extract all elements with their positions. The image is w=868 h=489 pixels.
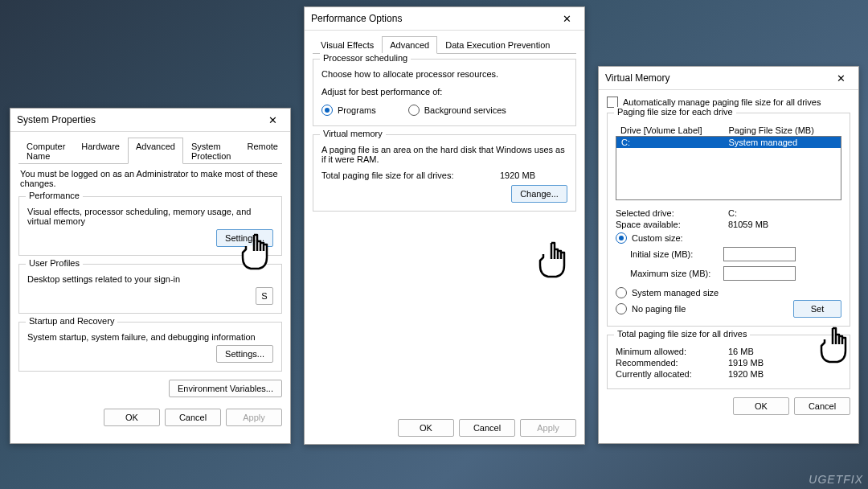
radio-icon: [616, 232, 627, 244]
tab-computer-name[interactable]: Computer Name: [18, 138, 73, 164]
startup-legend: Startup and Recovery: [26, 316, 117, 326]
processor-scheduling-group: Processor scheduling Choose how to alloc…: [313, 59, 576, 126]
initial-size-input[interactable]: [723, 247, 796, 261]
perfoptions-apply-button[interactable]: Apply: [520, 419, 576, 437]
tab-remote[interactable]: Remote: [239, 138, 286, 164]
performance-group: Performance Visual effects, processor sc…: [18, 196, 282, 256]
vmem-total-value: 1920 MB: [500, 171, 535, 180]
startup-desc: System startup, system failure, and debu…: [27, 332, 273, 342]
watermark: UGETFIX: [809, 473, 863, 486]
vmem-line1: A paging file is an area on the hard dis…: [321, 145, 567, 164]
drive-row-value: System managed: [729, 138, 837, 147]
maximum-size-label: Maximum size (MB):: [630, 269, 719, 278]
environment-variables-button[interactable]: Environment Variables...: [169, 380, 282, 397]
drive-row-selected[interactable]: C: System managed: [616, 137, 841, 148]
allocated-label: Currently allocated:: [616, 369, 728, 379]
tab-hardware[interactable]: Hardware: [73, 138, 128, 164]
radio-icon: [616, 287, 627, 298]
maximum-size-input[interactable]: [723, 266, 796, 281]
scheduling-legend: Processor scheduling: [320, 53, 411, 63]
sysprops-cancel-button[interactable]: Cancel: [165, 409, 221, 426]
vmem-titlebar[interactable]: Virtual Memory ✕: [599, 67, 858, 90]
radio-system-managed[interactable]: System managed size: [616, 287, 841, 298]
tab-advanced[interactable]: Advanced: [128, 138, 183, 164]
minimum-label: Minimum allowed:: [616, 347, 728, 356]
close-icon[interactable]: ✕: [826, 69, 855, 87]
scheduling-line2: Adjust for best performance of:: [321, 87, 567, 97]
sysprops-titlebar[interactable]: System Properties ✕: [10, 109, 290, 132]
perfoptions-titlebar[interactable]: Performance Options ✕: [305, 7, 584, 31]
virtual-memory-dialog: Virtual Memory ✕ Automatically manage pa…: [598, 66, 859, 444]
auto-manage-checkbox[interactable]: Automatically manage paging file size fo…: [607, 97, 850, 108]
recommended-value: 1919 MB: [728, 358, 764, 368]
paging-file-legend: Paging file size for each drive: [614, 107, 736, 117]
radio-sysmanaged-label: System managed size: [632, 288, 719, 298]
minimum-value: 16 MB: [728, 347, 754, 356]
col-size: Paging File Size (MB): [729, 125, 837, 135]
selected-drive-value: C:: [728, 208, 737, 218]
system-properties-dialog: System Properties ✕ Computer Name Hardwa…: [10, 108, 291, 444]
radio-programs-label: Programs: [338, 105, 376, 115]
sysprops-apply-button[interactable]: Apply: [226, 409, 282, 426]
userprofiles-settings-button[interactable]: S: [256, 287, 273, 305]
auto-manage-label: Automatically manage paging file size fo…: [623, 97, 821, 107]
radio-icon: [616, 303, 627, 314]
vmem-cancel-button[interactable]: Cancel: [794, 397, 850, 415]
drive-list-header: Drive [Volume Label] Paging File Size (M…: [616, 125, 841, 136]
perfoptions-title: Performance Options: [311, 13, 402, 24]
userprofiles-group: User Profiles Desktop settings related t…: [18, 264, 282, 314]
recommended-label: Recommended:: [616, 358, 728, 368]
radio-no-paging[interactable]: No paging file: [616, 303, 686, 314]
performance-legend: Performance: [26, 191, 83, 200]
startup-group: Startup and Recovery System startup, sys…: [18, 322, 282, 372]
vmem-title: Virtual Memory: [605, 72, 669, 84]
tab-dep[interactable]: Data Execution Prevention: [437, 36, 558, 54]
radio-nopaging-label: No paging file: [632, 304, 686, 314]
tab-advanced[interactable]: Advanced: [382, 36, 437, 54]
close-icon[interactable]: ✕: [258, 111, 287, 129]
space-available-label: Space available:: [616, 220, 728, 229]
sysprops-notice: You must be logged on as an Administrato…: [20, 169, 282, 188]
radio-icon: [321, 105, 333, 116]
allocated-value: 1920 MB: [728, 369, 764, 379]
totals-legend: Total paging file size for all drives: [614, 329, 750, 339]
performance-desc: Visual effects, processor scheduling, me…: [27, 207, 273, 226]
radio-programs[interactable]: Programs: [321, 105, 376, 116]
sysprops-ok-button[interactable]: OK: [104, 409, 160, 426]
radio-background[interactable]: Background services: [408, 105, 506, 116]
tab-visual-effects[interactable]: Visual Effects: [313, 36, 382, 54]
initial-size-label: Initial size (MB):: [630, 249, 719, 259]
perfoptions-ok-button[interactable]: OK: [398, 419, 454, 437]
userprofiles-desc: Desktop settings related to your sign-in: [27, 274, 273, 284]
vmem-total-label: Total paging file size for all drives:: [321, 171, 453, 180]
perfoptions-cancel-button[interactable]: Cancel: [459, 419, 515, 437]
scheduling-line1: Choose how to allocate processor resourc…: [321, 69, 567, 79]
performance-options-dialog: Performance Options ✕ Visual Effects Adv…: [304, 6, 585, 445]
totals-group: Total paging file size for all drives Mi…: [607, 335, 850, 389]
space-available-value: 81059 MB: [728, 220, 768, 229]
drive-row-drive: C:: [621, 138, 729, 147]
perfoptions-tabs: Visual Effects Advanced Data Execution P…: [313, 35, 576, 54]
tab-system-protection[interactable]: System Protection: [183, 138, 240, 164]
paging-file-group: Paging file size for each drive Drive [V…: [607, 113, 850, 327]
set-button[interactable]: Set: [793, 300, 841, 318]
userprofiles-legend: User Profiles: [26, 258, 83, 268]
close-icon[interactable]: ✕: [552, 10, 581, 27]
col-drive: Drive [Volume Label]: [620, 125, 729, 135]
change-button[interactable]: Change...: [511, 185, 567, 203]
radio-custom-size[interactable]: Custom size:: [616, 232, 841, 244]
radio-custom-label: Custom size:: [632, 233, 683, 243]
startup-settings-button[interactable]: Settings...: [216, 345, 273, 363]
drive-list[interactable]: C: System managed: [616, 136, 841, 200]
virtual-memory-group: Virtual memory A paging file is an area …: [313, 134, 576, 212]
sysprops-title: System Properties: [17, 114, 96, 125]
radio-background-label: Background services: [424, 105, 506, 115]
vmem-ok-button[interactable]: OK: [733, 397, 789, 415]
sysprops-tabs: Computer Name Hardware Advanced System P…: [18, 137, 282, 164]
vmem-legend: Virtual memory: [320, 129, 386, 138]
checkbox-icon: [607, 97, 618, 108]
radio-icon: [408, 105, 420, 116]
performance-settings-button[interactable]: Settings...: [216, 229, 273, 247]
selected-drive-label: Selected drive:: [616, 208, 728, 218]
